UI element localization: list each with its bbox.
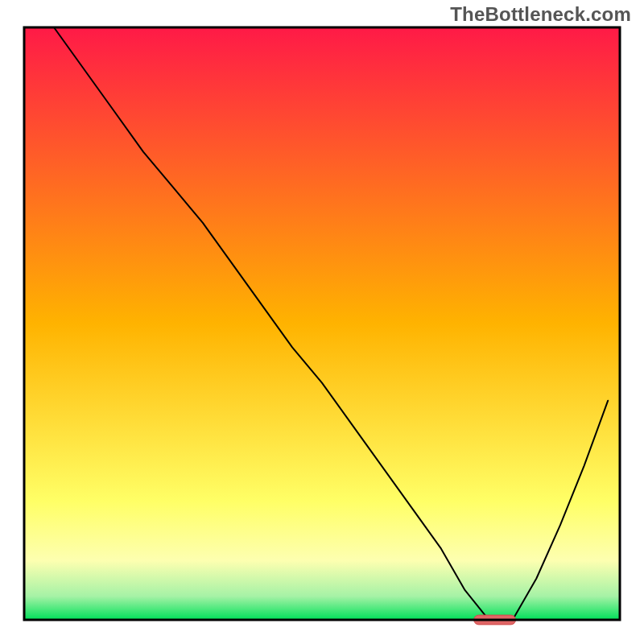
bottleneck-chart bbox=[0, 0, 644, 644]
gradient-background bbox=[24, 27, 620, 620]
chart-container: TheBottleneck.com bbox=[0, 0, 644, 644]
plot-area bbox=[24, 27, 620, 625]
watermark-text: TheBottleneck.com bbox=[450, 3, 631, 26]
